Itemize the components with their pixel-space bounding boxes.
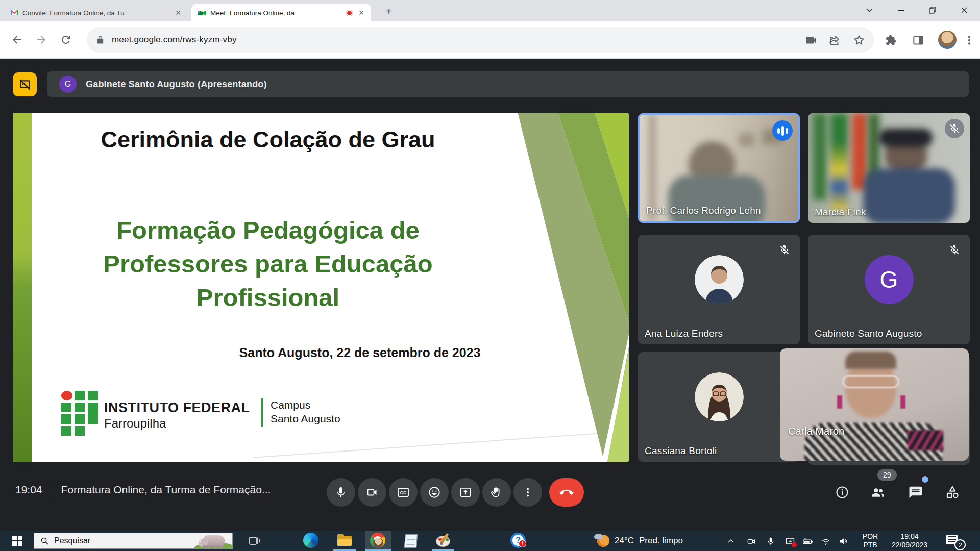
tab-close-icon[interactable]: ✕ (174, 9, 183, 17)
taskbar-clock[interactable]: 19:04 22/09/2023 (883, 532, 936, 549)
bookmark-star-icon[interactable] (852, 34, 866, 47)
camera-in-use-icon[interactable] (804, 34, 818, 47)
meet-clock: 19:04 (15, 484, 42, 496)
extensions-puzzle-icon[interactable] (884, 34, 897, 47)
tab-close-icon[interactable]: ✕ (357, 9, 366, 17)
tab-title: Meet: Formatura Online, da (210, 9, 342, 17)
tab-search-chevron-icon[interactable] (853, 0, 885, 20)
participant-count-badge: 29 (877, 469, 897, 481)
tray-chevron-icon[interactable] (725, 536, 737, 547)
slide-main-heading: Formação Pedagógica de Professores para … (54, 213, 482, 314)
paint-taskbar-icon[interactable] (435, 533, 451, 549)
lock-icon[interactable] (96, 36, 105, 44)
window-minimize-button[interactable] (885, 0, 917, 20)
mic-button[interactable] (327, 478, 355, 507)
chat-button[interactable] (905, 482, 926, 503)
gmail-favicon-icon (10, 9, 18, 17)
meeting-info: 19:04 Formatura Online, da Turma de Form… (15, 483, 271, 496)
weather-condition: Pred. limpo (639, 536, 683, 546)
slide-left-strip (13, 113, 32, 462)
windows-taskbar: Pesquisar ? (0, 531, 980, 551)
participant-name: Prof. Carlos Rodrigo Lehn (646, 205, 761, 216)
file-explorer-taskbar-icon[interactable] (336, 533, 353, 549)
taskbar-weather[interactable]: 24°C Pred. limpo (594, 531, 683, 551)
more-options-button[interactable] (513, 478, 542, 507)
mic-muted-icon (775, 240, 794, 260)
chat-notification-dot (922, 476, 928, 483)
window-close-button[interactable] (948, 0, 980, 20)
new-tab-button[interactable]: + (382, 5, 396, 19)
meet-stage: G Gabinete Santo Augusto (Apresentando) … (0, 59, 980, 531)
tab-gmail-invite[interactable]: Convite: Formatura Online, da Tu ✕ (4, 4, 188, 21)
language-indicator[interactable]: POR PTB (859, 532, 882, 549)
meeting-name: Formatura Online, da Turma de Formação..… (61, 484, 271, 496)
get-help-taskbar-icon[interactable]: ? ! (510, 533, 527, 549)
camera-button[interactable] (358, 478, 386, 507)
participant-tile-gabinete[interactable]: G Gabinete Santo Augusto (808, 235, 970, 344)
profile-avatar[interactable] (938, 31, 957, 49)
tray-battery-icon[interactable] (802, 536, 814, 547)
participant-name: Marcia Fink (815, 207, 866, 218)
slide-date-line: Santo Augusto, 22 de setembro de 2023 (181, 345, 538, 360)
reactions-button[interactable] (420, 478, 449, 507)
notepad-taskbar-icon[interactable] (403, 533, 419, 549)
url-text[interactable]: meet.google.com/rws-kyzm-vby (112, 35, 237, 45)
meeting-details-info-icon[interactable] (832, 482, 852, 503)
browser-menu-kebab-icon[interactable] (963, 34, 976, 47)
taskbar-search-box[interactable]: Pesquisar (34, 533, 233, 549)
reload-button[interactable] (54, 28, 78, 52)
tab-title: Convite: Formatura Online, da Tu (22, 9, 169, 17)
participant-tile-ana[interactable]: Ana Luiza Enders (638, 235, 800, 344)
recording-dot (792, 542, 797, 547)
tray-screenshare-icon[interactable] (785, 536, 796, 547)
tab-separator (189, 7, 189, 17)
help-alert-badge: ! (519, 540, 526, 547)
participant-letter-avatar: G (865, 255, 914, 304)
presentation-slide[interactable]: Cerimônia de Colação de Grau Formação Pe… (13, 113, 629, 462)
chrome-active-tile[interactable] (365, 531, 391, 551)
speaking-indicator-icon (772, 120, 793, 141)
participant-tile-carlos[interactable]: Prof. Carlos Rodrigo Lehn (638, 113, 800, 223)
participant-tile-cassiana[interactable]: Cassiana Bortoli (638, 352, 800, 462)
logo-subtitle: Farroupilha (104, 416, 166, 431)
end-call-button[interactable] (549, 478, 584, 507)
tray-camera-icon[interactable] (746, 536, 757, 547)
captions-button[interactable]: CC (389, 478, 418, 507)
instituto-federal-logo: INSTITUTO FEDERAL Farroupilha Campus San… (61, 391, 332, 440)
mic-muted-icon (945, 119, 964, 138)
action-center-button[interactable]: 2 (946, 534, 962, 548)
start-button[interactable] (7, 531, 28, 551)
tray-wifi-icon[interactable] (820, 536, 831, 547)
window-restore-button[interactable] (917, 0, 948, 20)
back-button[interactable] (5, 28, 29, 52)
task-view-button[interactable] (248, 535, 264, 551)
chrome-taskbar-icon (370, 533, 386, 549)
participant-name: Gabinete Santo Augusto (815, 328, 922, 339)
presenting-banner-label: Gabinete Santo Augusto (Apresentando) (86, 79, 267, 90)
weather-icon (594, 533, 609, 548)
search-icon (40, 537, 49, 545)
participant-tile-marcia[interactable]: Marcia Fink (808, 113, 970, 223)
address-bar[interactable]: meet.google.com/rws-kyzm-vby (87, 27, 874, 53)
presenter-avatar: G (59, 76, 77, 93)
tab-meet-active[interactable]: Meet: Formatura Online, da ✕ (191, 4, 371, 21)
side-panel-icon[interactable] (912, 34, 925, 47)
presenting-banner[interactable]: G Gabinete Santo Augusto (Apresentando) (47, 71, 969, 97)
logo-campus: Campus Santo Augusto (271, 398, 340, 425)
participant-photo-avatar (695, 255, 744, 304)
activities-button[interactable] (942, 482, 963, 503)
participant-name: Carla Maron (788, 425, 844, 437)
present-screen-button[interactable] (451, 478, 480, 507)
meet-favicon-icon (198, 9, 206, 17)
participant-tile-carla[interactable]: Carla Maron (780, 348, 969, 461)
share-icon[interactable] (828, 34, 841, 47)
tray-mic-icon[interactable] (765, 536, 776, 547)
tray-volume-icon[interactable] (838, 536, 849, 547)
forward-button[interactable] (30, 28, 53, 52)
search-highlight-image[interactable] (188, 533, 232, 548)
presentation-warning-icon[interactable] (13, 72, 37, 96)
chrome-profile-photo (373, 538, 383, 548)
edge-taskbar-icon[interactable] (303, 533, 320, 549)
participants-button[interactable] (868, 482, 888, 503)
raise-hand-button[interactable] (482, 478, 511, 507)
